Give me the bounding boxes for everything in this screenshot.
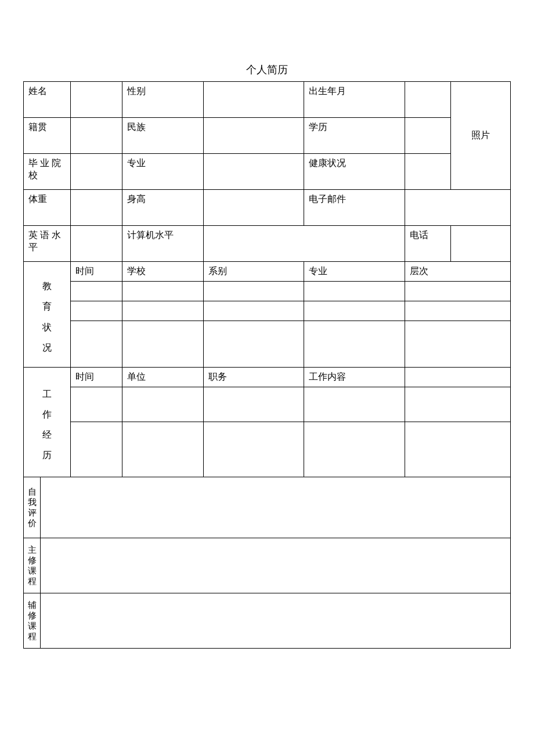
edu-row-2-school bbox=[122, 301, 204, 321]
edu-header-major: 专业 bbox=[304, 262, 405, 282]
section-self-eval: 自 我 评 价 bbox=[24, 477, 41, 538]
section-main-courses: 主修 课程 bbox=[24, 538, 41, 593]
value-grad-school bbox=[71, 154, 122, 190]
edu-row-2-major bbox=[304, 301, 405, 321]
work-header-position: 职务 bbox=[204, 368, 304, 387]
work-header-time: 时间 bbox=[71, 368, 122, 387]
label-birth: 出生年月 bbox=[304, 82, 405, 118]
label-grad-school: 毕 业 院校 bbox=[24, 154, 71, 190]
label-name: 姓名 bbox=[24, 82, 71, 118]
edu-header-time: 时间 bbox=[71, 262, 122, 282]
edu-row-3-major bbox=[304, 321, 405, 368]
value-english-level bbox=[71, 226, 122, 262]
work-row-1-content bbox=[304, 387, 405, 422]
label-english-level: 英 语 水平 bbox=[24, 226, 71, 262]
edu-row-3-school bbox=[122, 321, 204, 368]
section-work-char4: 历 bbox=[42, 450, 52, 460]
work-row-2-content bbox=[304, 422, 405, 477]
edu-header-level: 层次 bbox=[405, 262, 510, 282]
value-main-courses bbox=[41, 538, 511, 593]
work-row-1-unit bbox=[122, 387, 204, 422]
work-header-blank bbox=[405, 368, 510, 387]
work-row-2-time bbox=[71, 422, 122, 477]
edu-header-school: 学校 bbox=[122, 262, 204, 282]
value-education-level bbox=[405, 118, 450, 154]
section-work-char3: 经 bbox=[42, 430, 52, 440]
section-work-char1: 工 bbox=[42, 389, 52, 399]
work-row-1-blank bbox=[405, 387, 510, 422]
edu-row-1-time bbox=[71, 282, 122, 301]
edu-row-1-level bbox=[405, 282, 510, 301]
photo-cell: 照片 bbox=[450, 82, 510, 190]
section-work-char2: 作 bbox=[42, 409, 52, 419]
work-row-2-unit bbox=[122, 422, 204, 477]
label-weight: 体重 bbox=[24, 190, 71, 226]
label-health: 健康状况 bbox=[304, 154, 405, 190]
edu-row-1-major bbox=[304, 282, 405, 301]
edu-row-2-level bbox=[405, 301, 510, 321]
section-minor-courses: 辅修 课程 bbox=[24, 593, 41, 649]
work-row-2-position bbox=[204, 422, 304, 477]
page-title: 个人简历 bbox=[23, 63, 511, 77]
value-health bbox=[405, 154, 450, 190]
value-major bbox=[204, 154, 304, 190]
section-education-char1: 教 bbox=[42, 281, 52, 291]
value-self-eval bbox=[41, 477, 511, 538]
value-weight bbox=[71, 190, 122, 226]
self-eval-c4: 价 bbox=[28, 519, 37, 528]
work-header-content: 工作内容 bbox=[304, 368, 405, 387]
section-education-char3: 状 bbox=[42, 322, 52, 332]
main-courses-l1: 主修 bbox=[28, 545, 37, 565]
edu-row-2-time bbox=[71, 301, 122, 321]
section-work: 工 作 经 历 bbox=[24, 368, 71, 477]
label-education-level: 学历 bbox=[304, 118, 405, 154]
label-height: 身高 bbox=[122, 190, 204, 226]
label-gender: 性别 bbox=[122, 82, 204, 118]
label-ethnicity: 民族 bbox=[122, 118, 204, 154]
minor-courses-l2: 课程 bbox=[28, 621, 37, 641]
edu-row-1-school bbox=[122, 282, 204, 301]
value-email bbox=[405, 190, 510, 226]
minor-courses-l1: 辅修 bbox=[28, 600, 37, 620]
value-computer-level bbox=[204, 226, 405, 262]
edu-row-3-department bbox=[204, 321, 304, 368]
main-courses-l2: 课程 bbox=[28, 566, 37, 586]
value-birth bbox=[405, 82, 450, 118]
self-eval-c2: 我 bbox=[28, 498, 37, 507]
value-native-place bbox=[71, 118, 122, 154]
value-phone bbox=[450, 226, 510, 262]
edu-row-2-department bbox=[204, 301, 304, 321]
section-education-char2: 育 bbox=[42, 301, 52, 311]
section-education-char4: 况 bbox=[42, 343, 52, 352]
value-name bbox=[71, 82, 122, 118]
self-eval-c3: 评 bbox=[28, 508, 37, 517]
section-education: 教 育 状 况 bbox=[24, 262, 71, 368]
work-row-1-position bbox=[204, 387, 304, 422]
value-gender bbox=[204, 82, 304, 118]
self-eval-c1: 自 bbox=[28, 487, 37, 496]
label-email: 电子邮件 bbox=[304, 190, 405, 226]
value-ethnicity bbox=[204, 118, 304, 154]
edu-row-3-level bbox=[405, 321, 510, 368]
edu-header-department: 系别 bbox=[204, 262, 304, 282]
work-row-1-time bbox=[71, 387, 122, 422]
edu-row-3-time bbox=[71, 321, 122, 368]
work-row-2-blank bbox=[405, 422, 510, 477]
work-header-unit: 单位 bbox=[122, 368, 204, 387]
label-phone: 电话 bbox=[405, 226, 450, 262]
value-height bbox=[204, 190, 304, 226]
edu-row-1-department bbox=[204, 282, 304, 301]
label-native-place: 籍贯 bbox=[24, 118, 71, 154]
label-computer-level: 计算机水平 bbox=[122, 226, 204, 262]
resume-table: 姓名 性别 出生年月 照片 籍贯 民族 学历 毕 业 院校 专业 健康状况 体重… bbox=[23, 81, 511, 649]
value-minor-courses bbox=[41, 593, 511, 649]
label-major: 专业 bbox=[122, 154, 204, 190]
